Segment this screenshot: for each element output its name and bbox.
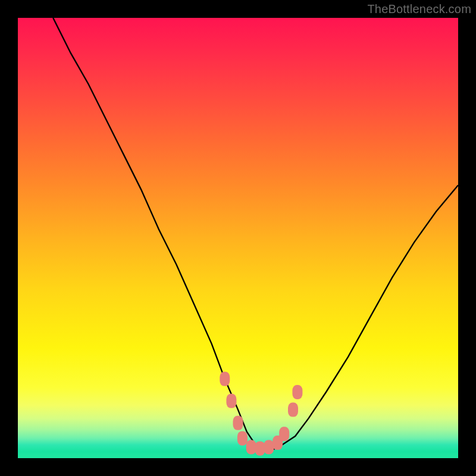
plot-area bbox=[18, 18, 458, 458]
bottleneck-curve bbox=[18, 18, 458, 458]
highlight-markers bbox=[220, 372, 302, 456]
highlight-marker bbox=[255, 441, 265, 456]
highlight-marker bbox=[237, 431, 248, 446]
highlight-marker bbox=[246, 440, 256, 455]
highlight-marker bbox=[220, 372, 230, 386]
curve-path bbox=[53, 18, 458, 449]
chart-frame: TheBottleneck.com bbox=[0, 0, 476, 476]
watermark-text: TheBottleneck.com bbox=[367, 2, 471, 16]
highlight-marker bbox=[279, 427, 289, 441]
highlight-marker bbox=[264, 440, 274, 455]
highlight-marker bbox=[292, 385, 302, 399]
highlight-marker bbox=[226, 394, 236, 408]
highlight-marker bbox=[233, 416, 243, 430]
highlight-marker bbox=[288, 403, 298, 417]
